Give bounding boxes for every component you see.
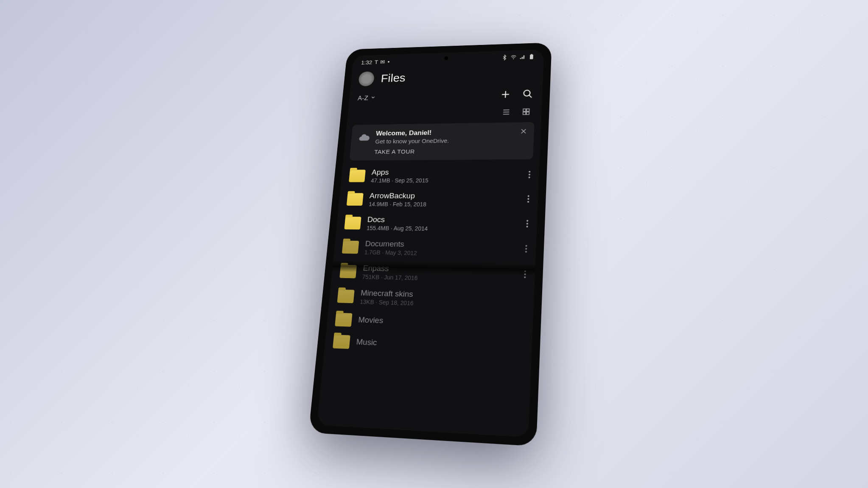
bluetooth-icon bbox=[501, 54, 508, 61]
folder-info: Docs 155.4MB · Aug 25, 2014 bbox=[367, 215, 520, 232]
status-time: 1:32 bbox=[361, 59, 373, 65]
folder-name: Movies bbox=[358, 315, 524, 330]
svg-point-11 bbox=[528, 195, 529, 197]
folder-icon bbox=[333, 335, 350, 349]
svg-rect-2 bbox=[531, 54, 532, 55]
more-icon[interactable] bbox=[524, 270, 526, 280]
list-item[interactable]: Apps 47.1MB · Sep 25, 2015 bbox=[340, 163, 539, 187]
svg-point-0 bbox=[513, 59, 514, 59]
grid-view-icon[interactable] bbox=[521, 107, 531, 117]
folder-info: Enpass 751KB · Jun 17, 2016 bbox=[362, 263, 517, 283]
svg-rect-4 bbox=[523, 109, 526, 111]
list-item[interactable]: Documents 1.7GB · May 3, 2012 bbox=[333, 235, 537, 262]
status-right bbox=[501, 53, 535, 61]
welcome-cta[interactable]: TAKE A TOUR bbox=[374, 147, 513, 155]
folder-info: Music bbox=[356, 337, 523, 354]
list-item[interactable]: Docs 155.4MB · Aug 25, 2014 bbox=[336, 211, 538, 237]
screen: 1:32 T ✉ • File bbox=[317, 49, 544, 437]
chevron-down-icon bbox=[370, 94, 376, 102]
svg-rect-6 bbox=[523, 112, 526, 114]
status-carrier: T bbox=[374, 59, 378, 65]
add-button[interactable] bbox=[500, 89, 511, 101]
folder-info: Minecraft skins 13KB · Sep 18, 2016 bbox=[360, 288, 526, 310]
folder-info: ArrowBackup 14.9MB · Feb 15, 2018 bbox=[369, 191, 521, 208]
toolbar-actions bbox=[500, 89, 533, 101]
dot-icon: • bbox=[387, 59, 390, 65]
folder-info: Movies bbox=[358, 315, 524, 331]
folder-info: Apps 47.1MB · Sep 25, 2015 bbox=[371, 167, 522, 184]
svg-point-22 bbox=[524, 276, 526, 278]
svg-point-21 bbox=[524, 273, 526, 275]
list-item[interactable]: ArrowBackup 14.9MB · Feb 15, 2018 bbox=[338, 187, 538, 212]
svg-point-12 bbox=[527, 198, 529, 200]
welcome-subtitle: Get to know your OneDrive. bbox=[375, 136, 514, 144]
list-item[interactable]: Enpass 751KB · Jun 17, 2016 bbox=[331, 259, 535, 288]
folder-name: Docs bbox=[367, 215, 520, 225]
svg-point-19 bbox=[525, 251, 527, 252]
folder-icon bbox=[339, 265, 357, 278]
svg-point-17 bbox=[525, 245, 527, 246]
folder-name: Documents bbox=[365, 239, 518, 250]
folder-meta: 14.9MB · Feb 15, 2018 bbox=[369, 201, 521, 207]
svg-point-8 bbox=[529, 171, 530, 173]
svg-point-18 bbox=[525, 248, 527, 249]
svg-point-14 bbox=[526, 220, 528, 221]
folder-info: Documents 1.7GB · May 3, 2012 bbox=[364, 239, 518, 258]
list-view-icon[interactable] bbox=[501, 108, 511, 118]
battery-icon bbox=[528, 53, 535, 61]
status-left: 1:32 T ✉ • bbox=[361, 58, 390, 65]
more-icon[interactable] bbox=[528, 170, 531, 180]
svg-point-9 bbox=[529, 173, 530, 175]
svg-point-13 bbox=[527, 201, 529, 203]
folder-name: Apps bbox=[371, 167, 522, 176]
folder-meta: 47.1MB · Sep 25, 2015 bbox=[371, 177, 521, 184]
welcome-title: Welcome, Daniel! bbox=[375, 128, 514, 137]
sort-label: A-Z bbox=[357, 94, 368, 102]
more-icon[interactable] bbox=[525, 244, 527, 254]
cloud-icon bbox=[357, 130, 371, 145]
svg-point-16 bbox=[526, 226, 528, 227]
folder-meta: 1.7GB · May 3, 2012 bbox=[364, 249, 518, 258]
folder-list: Apps 47.1MB · Sep 25, 2015 ArrowBackup 1… bbox=[317, 163, 540, 438]
more-icon[interactable] bbox=[526, 219, 529, 229]
svg-rect-1 bbox=[530, 54, 533, 59]
mail-icon: ✉ bbox=[380, 58, 386, 65]
svg-point-15 bbox=[526, 223, 528, 224]
folder-icon bbox=[337, 289, 355, 303]
folder-icon bbox=[347, 193, 364, 206]
sort-button[interactable]: A-Z bbox=[357, 94, 376, 102]
svg-rect-5 bbox=[526, 109, 529, 111]
svg-point-10 bbox=[529, 176, 530, 178]
folder-icon bbox=[344, 217, 361, 229]
app-title: Files bbox=[381, 71, 406, 84]
svg-rect-7 bbox=[526, 112, 529, 114]
close-icon[interactable] bbox=[520, 128, 528, 137]
welcome-card[interactable]: Welcome, Daniel! Get to know your OneDri… bbox=[349, 122, 534, 160]
search-button[interactable] bbox=[522, 89, 534, 100]
folder-name: ArrowBackup bbox=[369, 191, 521, 200]
avatar[interactable] bbox=[358, 71, 375, 86]
folder-icon bbox=[349, 170, 366, 182]
folder-meta: 155.4MB · Aug 25, 2014 bbox=[367, 225, 519, 233]
phone-frame: 1:32 T ✉ • File bbox=[308, 42, 552, 446]
svg-point-3 bbox=[524, 90, 530, 96]
folder-icon bbox=[335, 312, 352, 326]
folder-icon bbox=[342, 240, 359, 254]
signal-icon bbox=[519, 53, 526, 61]
svg-point-20 bbox=[524, 270, 526, 272]
wifi-icon bbox=[510, 54, 517, 61]
folder-name: Music bbox=[356, 337, 523, 353]
more-icon[interactable] bbox=[527, 195, 529, 204]
welcome-text: Welcome, Daniel! Get to know your OneDri… bbox=[374, 128, 514, 155]
